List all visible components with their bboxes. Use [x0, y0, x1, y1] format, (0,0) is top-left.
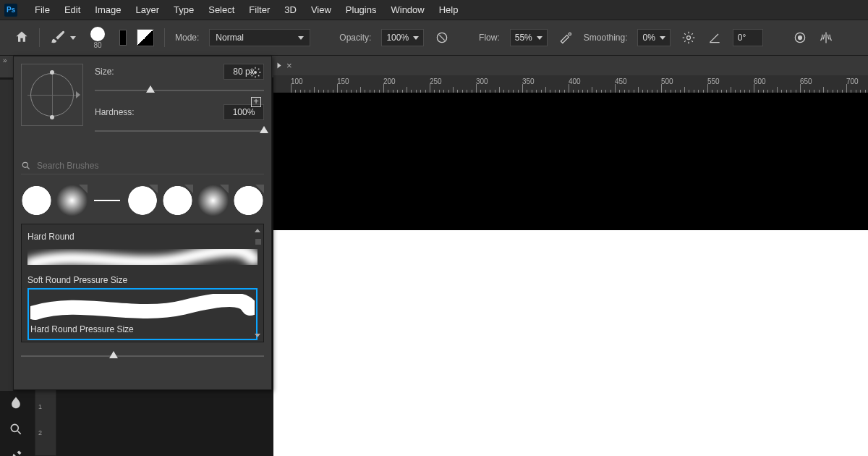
angle-icon — [707, 30, 723, 46]
brush-thumb[interactable] — [92, 185, 123, 216]
brush-preset-panel: + Size: 80 px Hardness: 100% — [13, 56, 272, 390]
svg-point-4 — [798, 36, 801, 40]
divider — [164, 28, 165, 47]
ruler-number: 550 — [707, 77, 720, 85]
brush-search[interactable] — [21, 158, 264, 174]
svg-point-7 — [11, 424, 18, 431]
ruler-number: 250 — [430, 77, 442, 85]
menu-edit[interactable]: Edit — [57, 1, 88, 18]
flow-label: Flow: — [479, 33, 500, 43]
brush-stroke-preview — [30, 294, 255, 321]
brush-thumb[interactable] — [127, 185, 158, 216]
vertical-ruler: 1 2 — [35, 389, 56, 456]
hardness-label: Hardness: — [95, 107, 145, 117]
airbrush-icon[interactable] — [558, 30, 574, 46]
flow-field[interactable]: 55% — [510, 29, 548, 46]
ruler-number: 450 — [615, 77, 627, 85]
brush-tip-preview[interactable] — [21, 64, 83, 126]
angle-field[interactable]: 0° — [733, 29, 763, 46]
hardness-slider[interactable] — [95, 124, 264, 138]
menu-window[interactable]: Window — [383, 1, 431, 18]
brush-preset-chip[interactable]: 80 — [90, 27, 105, 49]
brush-stroke-preview[interactable] — [27, 245, 258, 272]
chevron-right-icon — [278, 63, 281, 69]
brush-list: Hard Round Soft Round Pressure Size Hard… — [21, 224, 264, 342]
menu-help[interactable]: Help — [432, 1, 466, 18]
ruler-number: 350 — [522, 77, 535, 85]
brush-thumb[interactable] — [233, 185, 264, 216]
thumbnail-size-slider[interactable] — [21, 350, 264, 363]
brush-thumb[interactable] — [197, 185, 229, 216]
ruler-number: 200 — [383, 77, 396, 85]
svg-point-1 — [569, 33, 571, 35]
vertical-tool-strip — [0, 391, 32, 456]
menu-3d[interactable]: 3D — [277, 1, 304, 18]
brush-thumb[interactable] — [21, 185, 52, 216]
chevron-down-icon — [660, 36, 665, 40]
brush-item-label[interactable]: Soft Round Pressure Size — [27, 275, 258, 285]
symmetry-icon[interactable] — [818, 30, 834, 46]
pressure-size-icon[interactable] — [792, 30, 808, 46]
pen-tool-icon[interactable] — [9, 449, 23, 456]
home-icon[interactable] — [14, 30, 29, 46]
size-slider[interactable] — [95, 84, 264, 97]
brush-color-chip[interactable] — [119, 30, 127, 46]
chevron-down-icon — [298, 36, 304, 40]
app-logo: Ps — [4, 4, 17, 17]
svg-point-6 — [22, 162, 27, 167]
menu-filter[interactable]: Filter — [242, 1, 277, 18]
scroll-up-icon[interactable] — [255, 229, 260, 232]
brush-item-selected[interactable]: Hard Round Pressure Size — [27, 288, 258, 340]
document-tab[interactable]: × — [276, 60, 292, 71]
menu-file[interactable]: File — [27, 1, 57, 18]
svg-point-5 — [254, 71, 257, 74]
ruler-number: 400 — [569, 77, 581, 85]
menu-layer[interactable]: Layer — [129, 1, 167, 18]
new-brush-icon[interactable]: + — [251, 97, 261, 107]
pressure-opacity-icon[interactable] — [434, 30, 450, 46]
menu-select[interactable]: Select — [201, 1, 242, 18]
brush-size-number: 80 — [93, 41, 101, 49]
scroll-down-icon[interactable] — [255, 334, 260, 337]
brush-thumb[interactable] — [56, 185, 88, 216]
smoothing-field[interactable]: 0% — [637, 29, 670, 46]
ruler-number: 700 — [846, 77, 859, 85]
opacity-field[interactable]: 100% — [381, 29, 424, 46]
flow-value: 55% — [515, 33, 532, 43]
ruler-number: 150 — [337, 77, 349, 85]
brush-dot-icon — [90, 27, 105, 41]
menu-plugins[interactable]: Plugins — [339, 1, 384, 18]
ruler-number: 1 — [38, 403, 42, 410]
brush-item-label[interactable]: Hard Round — [27, 232, 258, 242]
canvas-artboard[interactable]: Color Clipping Ltd. Color Clipping Ltd. … — [273, 230, 868, 456]
angle-value: 0° — [738, 33, 746, 43]
chevron-down-icon — [70, 36, 76, 40]
opacity-label: Opacity: — [339, 33, 371, 43]
menu-image[interactable]: Image — [88, 1, 128, 18]
collapsed-tool-strip — [0, 80, 13, 391]
menu-bar: Ps File Edit Image Layer Type Select Fil… — [0, 0, 868, 20]
panel-settings-icon[interactable] — [250, 67, 261, 80]
svg-point-2 — [686, 36, 690, 40]
scroll-thumb[interactable] — [255, 239, 261, 245]
mode-label: Mode: — [175, 33, 199, 43]
brush-item-label: Hard Round Pressure Size — [30, 324, 255, 334]
ruler-number: 2 — [38, 429, 42, 436]
smoothing-label: Smoothing: — [584, 33, 628, 43]
expand-panels-icon[interactable]: » — [3, 56, 6, 64]
smoothing-settings-icon[interactable] — [681, 30, 697, 46]
chevron-down-icon — [537, 36, 542, 40]
menu-type[interactable]: Type — [166, 1, 201, 18]
blend-swatch-icon[interactable] — [137, 29, 154, 46]
close-icon[interactable]: × — [286, 60, 292, 71]
blur-tool-icon[interactable] — [9, 395, 23, 412]
brush-tool-indicator[interactable] — [50, 29, 76, 47]
size-label: Size: — [95, 67, 145, 77]
opacity-value: 100% — [386, 33, 409, 43]
menu-view[interactable]: View — [304, 1, 339, 18]
brush-thumb[interactable] — [162, 185, 193, 216]
brush-search-input[interactable] — [37, 161, 264, 171]
mode-select[interactable]: Normal — [209, 29, 310, 46]
dodge-tool-icon[interactable] — [9, 422, 23, 439]
smoothing-value: 0% — [642, 33, 655, 43]
